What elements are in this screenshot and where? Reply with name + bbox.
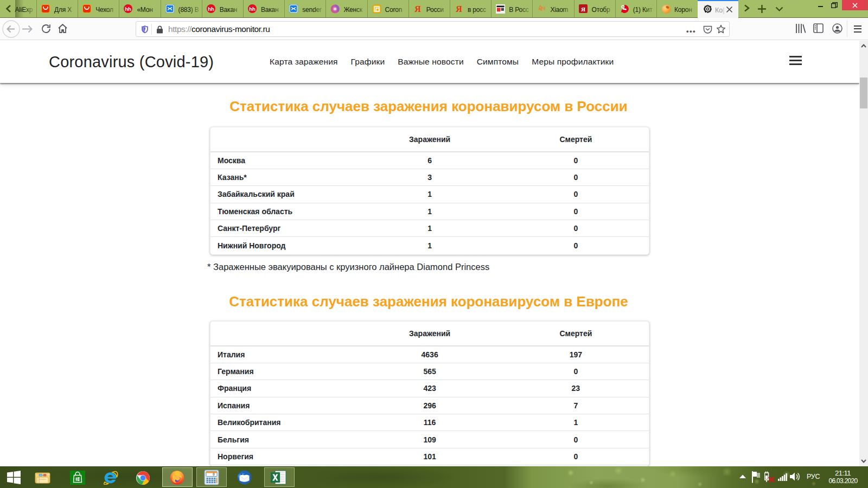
svg-text:hh: hh bbox=[208, 6, 214, 12]
svg-text:hh: hh bbox=[249, 6, 256, 12]
svg-text:Я: Я bbox=[456, 4, 462, 13]
svg-text:0: 0 bbox=[213, 473, 215, 477]
svg-text:hh: hh bbox=[125, 6, 132, 12]
svg-text:Я: Я bbox=[414, 4, 421, 13]
svg-text:Я: Я bbox=[581, 6, 585, 12]
